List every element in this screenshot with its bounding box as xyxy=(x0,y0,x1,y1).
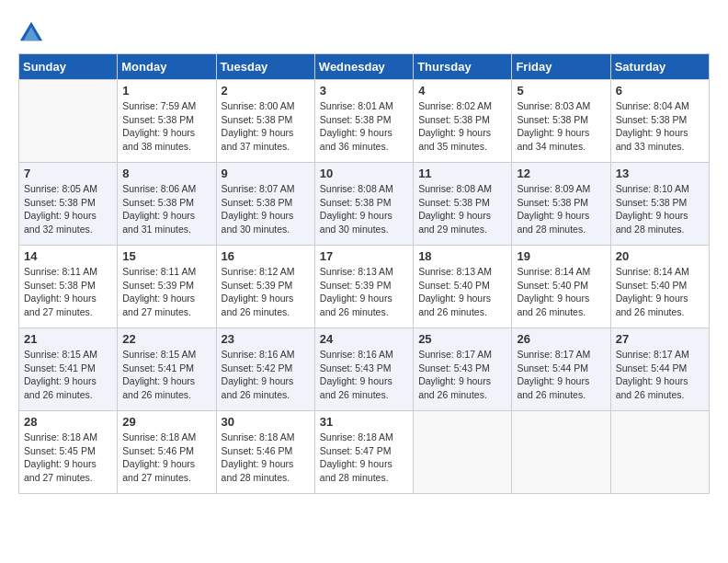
calendar-cell: 20Sunrise: 8:14 AMSunset: 5:40 PMDayligh… xyxy=(610,246,709,328)
calendar-cell: 8Sunrise: 8:06 AMSunset: 5:38 PMDaylight… xyxy=(118,163,216,246)
logo-icon xyxy=(18,18,44,44)
day-info: Sunrise: 8:02 AMSunset: 5:38 PMDaylight:… xyxy=(418,99,506,154)
day-info: Sunrise: 8:05 AMSunset: 5:38 PMDaylight:… xyxy=(24,182,112,236)
day-number: 11 xyxy=(418,167,506,180)
day-number: 27 xyxy=(616,332,704,346)
day-number: 20 xyxy=(616,249,704,263)
calendar-cell: 30Sunrise: 8:18 AMSunset: 5:46 PMDayligh… xyxy=(216,411,314,494)
calendar-cell: 26Sunrise: 8:17 AMSunset: 5:44 PMDayligh… xyxy=(512,328,610,411)
day-number: 23 xyxy=(222,332,310,346)
calendar-cell: 16Sunrise: 8:12 AMSunset: 5:39 PMDayligh… xyxy=(216,246,314,328)
day-info: Sunrise: 8:11 AMSunset: 5:39 PMDaylight:… xyxy=(122,265,210,319)
calendar-cell: 18Sunrise: 8:13 AMSunset: 5:40 PMDayligh… xyxy=(414,246,512,328)
calendar-cell: 11Sunrise: 8:08 AMSunset: 5:38 PMDayligh… xyxy=(414,163,512,246)
calendar-cell: 21Sunrise: 8:15 AMSunset: 5:41 PMDayligh… xyxy=(19,328,118,411)
day-info: Sunrise: 8:04 AMSunset: 5:38 PMDaylight:… xyxy=(616,99,704,154)
day-number: 7 xyxy=(24,167,112,180)
day-info: Sunrise: 8:13 AMSunset: 5:39 PMDaylight:… xyxy=(320,265,408,319)
day-number: 5 xyxy=(517,84,605,98)
day-info: Sunrise: 8:03 AMSunset: 5:38 PMDaylight:… xyxy=(517,99,605,154)
day-number: 21 xyxy=(24,332,112,346)
calendar-cell xyxy=(414,411,512,494)
calendar-week-row: 7Sunrise: 8:05 AMSunset: 5:38 PMDaylight… xyxy=(19,163,710,246)
day-number: 1 xyxy=(122,84,210,98)
day-info: Sunrise: 7:59 AMSunset: 5:38 PMDaylight:… xyxy=(122,99,210,154)
day-info: Sunrise: 8:15 AMSunset: 5:41 PMDaylight:… xyxy=(24,348,112,402)
day-number: 9 xyxy=(222,167,310,180)
calendar-cell xyxy=(512,411,610,494)
day-info: Sunrise: 8:18 AMSunset: 5:47 PMDaylight:… xyxy=(320,431,408,485)
calendar-cell: 5Sunrise: 8:03 AMSunset: 5:38 PMDaylight… xyxy=(512,80,610,163)
calendar-table: SundayMondayTuesdayWednesdayThursdayFrid… xyxy=(18,53,710,494)
calendar-cell: 29Sunrise: 8:18 AMSunset: 5:46 PMDayligh… xyxy=(118,411,216,494)
calendar-cell: 28Sunrise: 8:18 AMSunset: 5:45 PMDayligh… xyxy=(19,411,118,494)
day-number: 18 xyxy=(418,249,506,263)
calendar-header-tuesday: Tuesday xyxy=(216,54,314,80)
calendar-week-row: 1Sunrise: 7:59 AMSunset: 5:38 PMDaylight… xyxy=(19,80,710,163)
calendar-cell: 1Sunrise: 7:59 AMSunset: 5:38 PMDaylight… xyxy=(118,80,216,163)
calendar-cell: 14Sunrise: 8:11 AMSunset: 5:38 PMDayligh… xyxy=(19,246,118,328)
day-info: Sunrise: 8:13 AMSunset: 5:40 PMDaylight:… xyxy=(418,265,506,319)
day-info: Sunrise: 8:16 AMSunset: 5:43 PMDaylight:… xyxy=(320,348,408,402)
calendar-cell: 24Sunrise: 8:16 AMSunset: 5:43 PMDayligh… xyxy=(314,328,413,411)
day-info: Sunrise: 8:18 AMSunset: 5:46 PMDaylight:… xyxy=(222,431,310,485)
day-info: Sunrise: 8:18 AMSunset: 5:45 PMDaylight:… xyxy=(24,431,112,485)
calendar-cell: 17Sunrise: 8:13 AMSunset: 5:39 PMDayligh… xyxy=(314,246,413,328)
day-number: 14 xyxy=(24,249,112,263)
day-number: 24 xyxy=(320,332,408,346)
day-info: Sunrise: 8:14 AMSunset: 5:40 PMDaylight:… xyxy=(517,265,605,319)
calendar-header-monday: Monday xyxy=(118,54,216,80)
calendar-cell: 4Sunrise: 8:02 AMSunset: 5:38 PMDaylight… xyxy=(414,80,512,163)
day-number: 25 xyxy=(418,332,506,346)
day-number: 22 xyxy=(122,332,210,346)
day-number: 17 xyxy=(320,249,408,263)
day-number: 13 xyxy=(616,167,704,180)
day-info: Sunrise: 8:07 AMSunset: 5:38 PMDaylight:… xyxy=(222,182,310,236)
day-number: 15 xyxy=(122,249,210,263)
calendar-header-wednesday: Wednesday xyxy=(314,54,413,80)
calendar-cell: 2Sunrise: 8:00 AMSunset: 5:38 PMDaylight… xyxy=(216,80,314,163)
day-info: Sunrise: 8:09 AMSunset: 5:38 PMDaylight:… xyxy=(517,182,605,236)
calendar-cell: 15Sunrise: 8:11 AMSunset: 5:39 PMDayligh… xyxy=(118,246,216,328)
day-info: Sunrise: 8:17 AMSunset: 5:43 PMDaylight:… xyxy=(418,348,506,402)
day-number: 4 xyxy=(418,84,506,98)
calendar-header-thursday: Thursday xyxy=(414,54,512,80)
day-info: Sunrise: 8:01 AMSunset: 5:38 PMDaylight:… xyxy=(320,99,408,154)
calendar-week-row: 14Sunrise: 8:11 AMSunset: 5:38 PMDayligh… xyxy=(19,246,710,328)
calendar-cell: 13Sunrise: 8:10 AMSunset: 5:38 PMDayligh… xyxy=(610,163,709,246)
calendar-cell: 27Sunrise: 8:17 AMSunset: 5:44 PMDayligh… xyxy=(610,328,709,411)
day-number: 31 xyxy=(320,415,408,429)
day-number: 3 xyxy=(320,84,408,98)
day-number: 28 xyxy=(24,415,112,429)
logo xyxy=(18,18,48,44)
day-info: Sunrise: 8:11 AMSunset: 5:38 PMDaylight:… xyxy=(24,265,112,319)
calendar-cell: 3Sunrise: 8:01 AMSunset: 5:38 PMDaylight… xyxy=(314,80,413,163)
day-info: Sunrise: 8:08 AMSunset: 5:38 PMDaylight:… xyxy=(418,182,506,236)
day-info: Sunrise: 8:06 AMSunset: 5:38 PMDaylight:… xyxy=(122,182,210,236)
day-info: Sunrise: 8:00 AMSunset: 5:38 PMDaylight:… xyxy=(222,99,310,154)
day-info: Sunrise: 8:15 AMSunset: 5:41 PMDaylight:… xyxy=(122,348,210,402)
calendar-header-sunday: Sunday xyxy=(19,54,118,80)
page-header xyxy=(18,18,710,44)
calendar-cell: 6Sunrise: 8:04 AMSunset: 5:38 PMDaylight… xyxy=(610,80,709,163)
day-info: Sunrise: 8:12 AMSunset: 5:39 PMDaylight:… xyxy=(222,265,310,319)
calendar-header-row: SundayMondayTuesdayWednesdayThursdayFrid… xyxy=(19,54,710,80)
calendar-header-friday: Friday xyxy=(512,54,610,80)
calendar-cell: 23Sunrise: 8:16 AMSunset: 5:42 PMDayligh… xyxy=(216,328,314,411)
calendar-cell xyxy=(610,411,709,494)
calendar-cell: 25Sunrise: 8:17 AMSunset: 5:43 PMDayligh… xyxy=(414,328,512,411)
day-number: 19 xyxy=(517,249,605,263)
calendar-cell: 10Sunrise: 8:08 AMSunset: 5:38 PMDayligh… xyxy=(314,163,413,246)
day-number: 12 xyxy=(517,167,605,180)
calendar-cell: 7Sunrise: 8:05 AMSunset: 5:38 PMDaylight… xyxy=(19,163,118,246)
calendar-cell: 31Sunrise: 8:18 AMSunset: 5:47 PMDayligh… xyxy=(314,411,413,494)
day-info: Sunrise: 8:18 AMSunset: 5:46 PMDaylight:… xyxy=(122,431,210,485)
calendar-cell: 9Sunrise: 8:07 AMSunset: 5:38 PMDaylight… xyxy=(216,163,314,246)
day-info: Sunrise: 8:16 AMSunset: 5:42 PMDaylight:… xyxy=(222,348,310,402)
calendar-cell: 22Sunrise: 8:15 AMSunset: 5:41 PMDayligh… xyxy=(118,328,216,411)
day-info: Sunrise: 8:17 AMSunset: 5:44 PMDaylight:… xyxy=(616,348,704,402)
calendar-cell: 19Sunrise: 8:14 AMSunset: 5:40 PMDayligh… xyxy=(512,246,610,328)
calendar-header-saturday: Saturday xyxy=(610,54,709,80)
calendar-week-row: 28Sunrise: 8:18 AMSunset: 5:45 PMDayligh… xyxy=(19,411,710,494)
day-info: Sunrise: 8:10 AMSunset: 5:38 PMDaylight:… xyxy=(616,182,704,236)
